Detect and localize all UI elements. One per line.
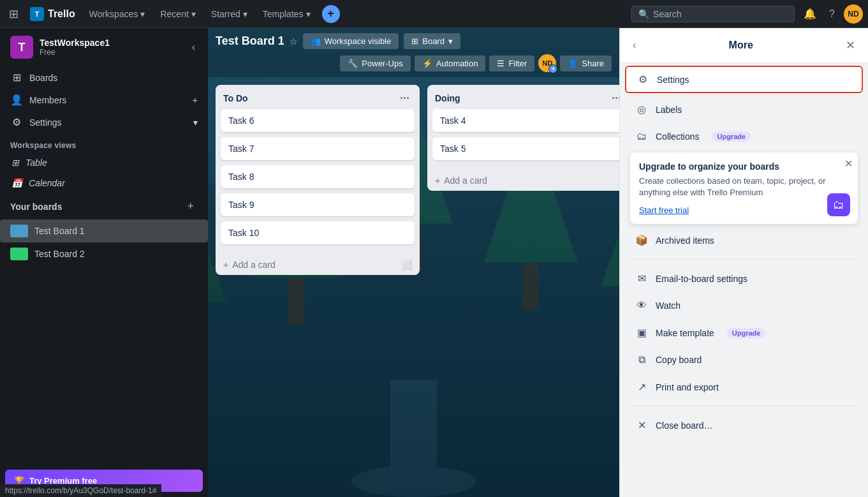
- list-todo: To Do ··· Task 6 Task 7 Task 8 Task 9 Ta…: [216, 85, 420, 275]
- template-upgrade-badge: Upgrade: [727, 328, 766, 338]
- power-ups-button[interactable]: 🔧 Power-Ups: [340, 56, 410, 71]
- collections-label: Collections: [656, 131, 699, 142]
- list-menu-doing[interactable]: ···: [609, 91, 619, 105]
- trello-logo[interactable]: T Trello: [25, 4, 80, 24]
- more-menu-watch[interactable]: 👁 Watch: [625, 293, 863, 318]
- add-card-todo[interactable]: + Add a card ⬜: [216, 255, 420, 275]
- settings-label: Settings: [657, 75, 689, 85]
- card-task5[interactable]: Task 5: [432, 137, 619, 160]
- notifications-icon[interactable]: 🔔: [800, 4, 820, 24]
- sidebar-header: T TestWorkspace1 Free ‹: [0, 28, 208, 66]
- collections-popup-cta[interactable]: Start free trial: [639, 205, 689, 215]
- card-task9[interactable]: Task 9: [221, 193, 415, 216]
- close-board-icon: ✕: [635, 419, 648, 431]
- list-cards-todo: Task 6 Task 7 Task 8 Task 9 Task 10: [216, 109, 420, 255]
- print-export-label: Print and export: [656, 382, 719, 392]
- sidebar-item-settings[interactable]: ⚙ Settings ▾: [0, 111, 208, 133]
- sidebar-item-boards[interactable]: ⊞ Boards: [0, 66, 208, 89]
- card-template-icon: ⬜: [402, 260, 412, 270]
- templates-menu[interactable]: Templates ▾: [256, 6, 317, 22]
- more-menu-collections[interactable]: 🗂 Collections Upgrade: [625, 124, 863, 149]
- user-avatar[interactable]: ND: [844, 4, 863, 24]
- statusbar: https://trello.com/b/yAu3QGoD/test-board…: [0, 484, 161, 497]
- search-input[interactable]: [653, 9, 781, 19]
- labels-label: Labels: [656, 105, 682, 115]
- watch-icon: 👁: [635, 300, 648, 311]
- collections-icon: 🗂: [635, 131, 648, 142]
- board-item-2[interactable]: Test Board 2: [0, 242, 208, 265]
- archived-icon: 📦: [635, 234, 648, 246]
- list-title-doing: Doing: [435, 93, 460, 103]
- card-task7[interactable]: Task 7: [221, 137, 415, 160]
- sidebar-item-members[interactable]: 👤 Members +: [0, 89, 208, 111]
- lists-area: To Do ··· Task 6 Task 7 Task 8 Task 9 Ta…: [208, 77, 619, 497]
- share-button[interactable]: 👤 Share: [560, 56, 612, 71]
- more-panel-title: More: [638, 40, 843, 51]
- table-icon: ⊞: [11, 158, 19, 168]
- board-star-icon[interactable]: ☆: [290, 36, 298, 47]
- help-icon[interactable]: ?: [825, 4, 839, 24]
- calendar-icon: 📅: [11, 178, 22, 188]
- main-layout: T TestWorkspace1 Free ‹ ⊞ Boards 👤 Membe…: [0, 28, 868, 497]
- filter-icon: ☰: [497, 59, 504, 68]
- your-boards-title: Your boards: [10, 202, 183, 212]
- recent-menu[interactable]: Recent ▾: [154, 6, 202, 22]
- board-view-button[interactable]: ⊞ Board ▾: [404, 33, 460, 49]
- more-menu-make-template[interactable]: ▣ Make template Upgrade: [625, 320, 863, 345]
- collections-popup-title: Upgrade to organize your boards: [639, 161, 849, 172]
- workspace-info: TestWorkspace1 Free: [40, 38, 183, 57]
- email-board-label: Email-to-board settings: [656, 274, 747, 284]
- copy-board-label: Copy board: [656, 355, 702, 365]
- automation-button[interactable]: ⚡ Automation: [415, 56, 486, 71]
- more-menu-copy-board[interactable]: ⧉ Copy board: [625, 348, 863, 372]
- more-menu-close-board[interactable]: ✕ Close board…: [625, 413, 863, 438]
- watch-label: Watch: [656, 300, 680, 311]
- board-visibility-button[interactable]: 👥 Workspace visible: [303, 33, 399, 49]
- create-button[interactable]: +: [322, 5, 340, 23]
- make-template-label: Make template: [656, 328, 714, 338]
- board-item-1[interactable]: Test Board 1: [0, 219, 208, 242]
- board-member-avatar[interactable]: ND: [538, 54, 556, 72]
- list-menu-todo[interactable]: ···: [397, 91, 412, 105]
- print-icon: ↗: [635, 381, 648, 393]
- topnav-left: ⊞ T Trello Workspaces ▾ Recent ▾ Starred…: [5, 3, 340, 25]
- card-task10[interactable]: Task 10: [221, 221, 415, 244]
- card-task8[interactable]: Task 8: [221, 165, 415, 188]
- more-divider-2: [630, 406, 858, 406]
- topnav-right: 🔍 🔔 ? ND: [631, 4, 863, 24]
- more-menu-email-board[interactable]: ✉ Email-to-board settings: [625, 266, 863, 291]
- workspace-avatar: T: [10, 36, 33, 59]
- more-panel-close-button[interactable]: ✕: [843, 36, 858, 55]
- grid-icon[interactable]: ⊞: [5, 3, 22, 25]
- add-card-doing[interactable]: + Add a card: [427, 170, 619, 191]
- starred-menu[interactable]: Starred ▾: [205, 6, 254, 22]
- more-panel-back-button[interactable]: ‹: [630, 37, 638, 54]
- chevron-down-icon: ▾: [243, 9, 247, 19]
- filter-button[interactable]: ☰ Filter: [489, 56, 534, 71]
- collections-upgrade-popup: ✕ Upgrade to organize your boards Create…: [630, 152, 858, 224]
- share-icon: 👤: [568, 59, 578, 68]
- search-icon: 🔍: [638, 9, 649, 19]
- more-menu-archived[interactable]: 📦 Archived items: [625, 228, 863, 253]
- collections-popup-close[interactable]: ✕: [844, 158, 853, 170]
- email-icon: ✉: [635, 272, 648, 285]
- topnav: ⊞ T Trello Workspaces ▾ Recent ▾ Starred…: [0, 0, 868, 28]
- more-menu-labels[interactable]: ◎ Labels: [625, 97, 863, 122]
- workspaces-menu[interactable]: Workspaces ▾: [83, 6, 152, 22]
- sidebar-item-calendar[interactable]: 📅 Calendar: [5, 173, 203, 193]
- workspace-views-label: Workspace views: [0, 133, 208, 152]
- board-title: Test Board 1: [216, 34, 284, 48]
- list-header-doing: Doing ···: [427, 85, 619, 109]
- chevron-down-icon: ▾: [306, 9, 311, 19]
- card-task6[interactable]: Task 6: [221, 109, 415, 132]
- more-menu-settings[interactable]: ⚙ Settings: [625, 66, 863, 93]
- sidebar-item-table[interactable]: ⊞ Table: [5, 152, 203, 173]
- search-box[interactable]: 🔍: [631, 6, 795, 22]
- card-task4[interactable]: Task 4: [432, 109, 619, 132]
- status-url: https://trello.com/b/yAu3QGoD/test-board…: [5, 486, 156, 495]
- sidebar: T TestWorkspace1 Free ‹ ⊞ Boards 👤 Membe…: [0, 28, 208, 497]
- sidebar-collapse-icon[interactable]: ‹: [189, 39, 198, 56]
- more-menu-print-export[interactable]: ↗ Print and export: [625, 375, 863, 399]
- add-board-button[interactable]: +: [183, 198, 198, 214]
- board-view-icon: ⊞: [411, 36, 418, 46]
